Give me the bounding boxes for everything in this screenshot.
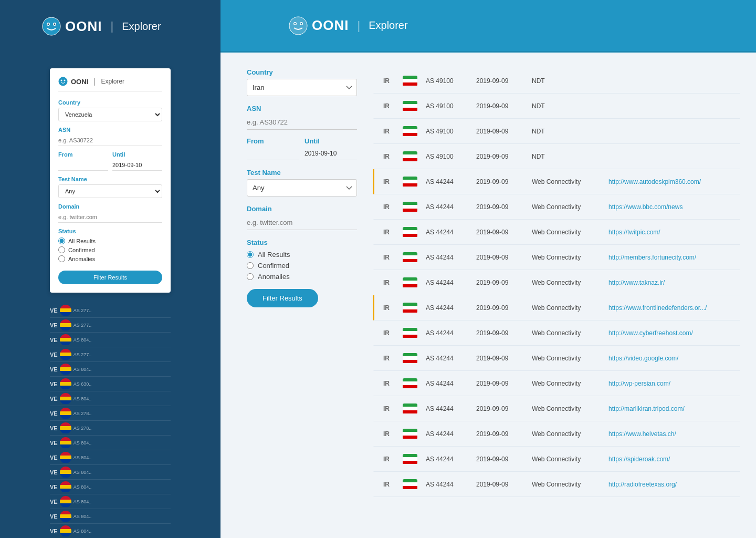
sidebar-country-label: Country: [58, 99, 162, 106]
iran-flag: [403, 101, 417, 111]
main-from-label: From: [247, 137, 299, 145]
list-item: VE AS 804..: [50, 480, 171, 494]
table-row[interactable]: IR AS 44244 2019-09-09 Web Connectivity …: [373, 169, 740, 194]
svg-point-11: [61, 80, 62, 81]
iran-flag: [403, 126, 417, 137]
list-item: VE AS 804..: [50, 465, 171, 480]
svg-point-10: [59, 77, 68, 86]
svg-point-0: [43, 17, 60, 35]
table-row[interactable]: IR AS 44244 2019-09-09 Web Connectivity …: [373, 346, 740, 371]
sidebar-all-results[interactable]: All Results: [58, 237, 162, 244]
sidebar-anomalies[interactable]: Anomalies: [58, 255, 162, 262]
svg-point-9: [301, 23, 302, 24]
iran-flag: [403, 177, 417, 187]
sidebar-from-input[interactable]: [58, 160, 108, 171]
list-item: VE AS 630..: [50, 377, 171, 391]
table-row[interactable]: IR AS 44244 2019-09-09 Web Connectivity …: [373, 270, 740, 295]
main-filter-btn[interactable]: Filter Results: [247, 289, 318, 307]
sidebar-results-list: VE AS 277.. VE AS 277.. VE AS 804.. VE: [50, 303, 171, 538]
iran-flag: [403, 151, 417, 162]
list-item: VE AS 277..: [50, 303, 171, 318]
main-domain-input[interactable]: [247, 215, 357, 230]
iran-flag: [403, 328, 417, 338]
sidebar-until-input[interactable]: [112, 160, 162, 171]
sidebar: OONI | Explorer Country Venezuela Iran A…: [0, 53, 220, 538]
main-anomalies[interactable]: Anomalies: [247, 273, 357, 281]
table-row[interactable]: IR AS 49100 2019-09-09 NDT: [373, 144, 740, 169]
main-asn-label: ASN: [247, 105, 357, 112]
list-item: VE AS 277..: [50, 347, 171, 362]
sidebar-asn-input[interactable]: [58, 135, 162, 146]
sidebar-country-select[interactable]: Venezuela Iran: [58, 108, 162, 121]
main-test-select[interactable]: Any NDT Web Connectivity: [247, 179, 357, 196]
table-row[interactable]: IR AS 44244 2019-09-09 Web Connectivity …: [373, 371, 740, 396]
main-country-label: Country: [247, 68, 357, 76]
iran-flag: [403, 353, 417, 364]
sidebar-from-label: From: [58, 151, 108, 158]
main-country-select[interactable]: Iran Venezuela: [247, 79, 357, 96]
results-table: IR AS 49100 2019-09-09 NDT IR: [373, 68, 740, 538]
table-row[interactable]: IR AS 44244 2019-09-09 Web Connectivity …: [373, 245, 740, 270]
main-status-label: Status: [247, 239, 357, 246]
list-item: VE AS 804..: [50, 509, 171, 524]
logo-ooni-right: OONI: [312, 17, 349, 34]
iran-flag: [403, 227, 417, 237]
ooni-logo-icon-right: [289, 16, 308, 35]
sidebar-logo-ooni: OONI: [71, 78, 88, 86]
main-from-input[interactable]: [247, 147, 299, 160]
iran-flag: [403, 378, 417, 389]
table-row[interactable]: IR AS 44244 2019-09-09 Web Connectivity …: [373, 194, 740, 220]
list-item: VE AS 278..: [50, 421, 171, 436]
main-test-label: Test Name: [247, 169, 357, 177]
sidebar-domain-input[interactable]: [58, 212, 162, 223]
logo-right[interactable]: OONI | Explorer: [289, 16, 408, 35]
main-asn-input[interactable]: [247, 115, 357, 130]
table-row[interactable]: IR AS 44244 2019-09-09 Web Connectivity …: [373, 396, 740, 421]
list-item: VE AS 278..: [50, 406, 171, 421]
list-item: VE AS 804..: [50, 524, 171, 538]
table-row[interactable]: IR AS 49100 2019-09-09 NDT: [373, 94, 740, 119]
sidebar-filter-panel: OONI | Explorer Country Venezuela Iran A…: [50, 68, 171, 293]
iran-flag: [403, 76, 417, 86]
sidebar-until-label: Until: [112, 151, 162, 158]
list-item: VE AS 804..: [50, 391, 171, 406]
table-row[interactable]: IR AS 49100 2019-09-09 NDT: [373, 119, 740, 144]
table-row[interactable]: IR AS 44244 2019-09-09 Web Connectivity …: [373, 447, 740, 472]
iran-flag: [403, 202, 417, 212]
logo-explorer-right: Explorer: [369, 19, 407, 32]
iran-flag: [403, 429, 417, 439]
main-until-label: Until: [304, 137, 357, 145]
main-status-group: All Results Confirmed Anomalies: [247, 251, 357, 281]
iran-flag: [403, 252, 417, 263]
sidebar-test-select[interactable]: Any NDT Web Connectivity: [58, 184, 162, 198]
logo-divider-right: |: [357, 19, 360, 33]
table-row[interactable]: IR AS 44244 2019-09-09 Web Connectivity …: [373, 472, 740, 497]
iran-flag: [403, 303, 417, 313]
main-filter-form: Country Iran Venezuela ASN From Until Te…: [247, 68, 357, 538]
main-domain-label: Domain: [247, 205, 357, 213]
header-left: OONI | Explorer: [0, 0, 220, 53]
list-item: VE AS 804..: [50, 494, 171, 509]
main-until-input[interactable]: [304, 147, 357, 160]
main-confirmed[interactable]: Confirmed: [247, 262, 357, 270]
table-row[interactable]: IR AS 44244 2019-09-09 Web Connectivity …: [373, 421, 740, 447]
main-all-results[interactable]: All Results: [247, 251, 357, 258]
sidebar-filter-btn[interactable]: Filter Results: [58, 271, 162, 284]
iran-flag: [403, 277, 417, 288]
iran-flag: [403, 479, 417, 490]
sidebar-asn-label: ASN: [58, 127, 162, 133]
logo-left[interactable]: OONI | Explorer: [42, 17, 161, 36]
sidebar-logo: OONI | Explorer: [58, 77, 162, 92]
table-row[interactable]: IR AS 44244 2019-09-09 Web Connectivity …: [373, 295, 740, 320]
list-item: VE AS 277..: [50, 318, 171, 333]
header-right: OONI | Explorer: [220, 0, 756, 53]
table-row[interactable]: IR AS 44244 2019-09-09 Web Connectivity …: [373, 320, 740, 346]
sidebar-confirmed[interactable]: Confirmed: [58, 246, 162, 253]
list-item: VE AS 804..: [50, 362, 171, 377]
table-row[interactable]: IR AS 49100 2019-09-09 NDT: [373, 68, 740, 94]
list-item: VE AS 804..: [50, 436, 171, 450]
list-item: VE AS 804..: [50, 450, 171, 465]
table-row[interactable]: IR AS 44244 2019-09-09 Web Connectivity …: [373, 220, 740, 245]
svg-point-8: [295, 23, 296, 24]
iran-flag: [403, 404, 417, 414]
